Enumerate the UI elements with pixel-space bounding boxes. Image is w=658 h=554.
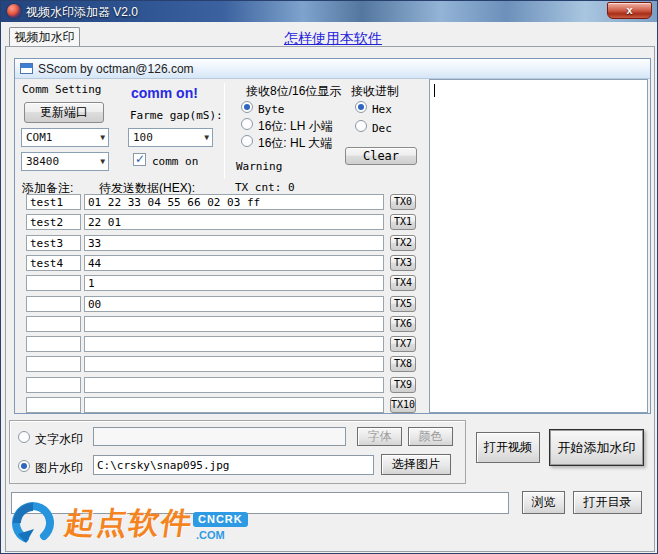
radio-hex[interactable] [355,101,367,113]
tx-send-button[interactable]: TX6 [390,316,416,332]
display-mode-group-label: 接收8位/16位显示 [246,83,341,100]
tx-note-input[interactable] [26,336,81,352]
tx-note-input[interactable] [26,255,81,271]
radio-16bit-lh[interactable] [241,118,253,130]
receive-base-group-label: 接收进制 [351,83,399,100]
tx-note-input[interactable] [26,194,81,210]
clear-button[interactable]: Clear [345,147,417,165]
tx-data-input[interactable] [84,194,384,210]
tx-note-input[interactable] [26,356,81,372]
tx-note-input[interactable] [26,296,81,312]
tx-note-input[interactable] [26,377,81,393]
tx-note-input[interactable] [26,235,81,251]
choose-image-button[interactable]: 选择图片 [381,454,451,475]
tx-send-button[interactable]: TX1 [390,214,416,230]
image-watermark-label: 图片水印 [35,460,83,477]
sscom-window: SScom by octman@126.com Comm Setting com… [14,58,651,414]
comm-setting-label: Comm Setting [22,83,101,96]
baud-value: 38400 [26,155,59,168]
tx-send-button[interactable]: TX10 [390,397,416,413]
radio-16bit-lh-label: 16位: LH 小端 [258,118,333,135]
tx-send-button[interactable]: TX2 [390,235,416,251]
logo-circle-arrow-icon [8,498,58,548]
radio-byte[interactable] [241,101,253,113]
radio-hex-label: Hex [372,103,392,116]
baud-select[interactable]: 38400▼ [21,152,109,171]
comm-on-checkbox[interactable] [133,153,146,166]
tx-data-input[interactable] [84,255,384,271]
chevron-down-icon[interactable]: ▼ [100,153,105,170]
chevron-down-icon[interactable]: ▼ [100,129,105,146]
sscom-app-icon [20,63,33,74]
tx-send-button[interactable]: TX9 [390,377,416,393]
tx-send-button[interactable]: TX5 [390,296,416,312]
tx-data-input[interactable] [84,377,384,393]
app-window: 视频水印添加器 V2.0 x 视频加水印 怎样使用本软件 SScom by oc… [0,0,658,554]
frame-gap-select[interactable]: 100▼ [128,128,213,147]
text-watermark-input[interactable] [93,427,346,446]
logo-brand-text: 起点软件 [62,503,196,544]
tx-send-button[interactable]: TX7 [390,336,416,352]
tx-note-input[interactable] [26,275,81,291]
browse-button[interactable]: 浏览 [522,491,565,514]
watermark-group: 文字水印 字体 颜色 图片水印 选择图片 [9,420,466,484]
radio-16bit-hl-label: 16位: HL 大端 [258,135,332,152]
text-watermark-radio[interactable] [18,431,30,443]
frame-gap-label: Farme gap(mS): [130,109,223,122]
tx-note-input[interactable] [26,214,81,230]
tx-data-input[interactable] [84,235,384,251]
chevron-down-icon[interactable]: ▼ [204,129,209,146]
port-value: COM1 [26,131,53,144]
start-watermark-button[interactable]: 开始添加水印 [549,429,644,466]
open-video-button[interactable]: 打开视频 [476,432,540,463]
window-title: 视频水印添加器 V2.0 [26,4,138,21]
tx-send-button[interactable]: TX8 [390,356,416,372]
tx-data-input[interactable] [84,214,384,230]
logo-suffix: .COM [196,529,225,541]
tx-send-button[interactable]: TX0 [390,194,416,210]
divider [224,83,225,179]
tx-data-input[interactable] [84,356,384,372]
logo-badge: CNCRK [193,512,248,527]
title-bar: 视频水印添加器 V2.0 x [1,1,657,22]
port-select[interactable]: COM1▼ [21,128,109,147]
tx-data-input[interactable] [84,296,384,312]
close-button[interactable]: x [607,2,652,19]
radio-dec-label: Dec [372,122,392,135]
tx-note-input[interactable] [26,316,81,332]
frame-gap-value: 100 [133,131,153,144]
radio-dec[interactable] [355,120,367,132]
image-watermark-radio[interactable] [18,460,30,472]
radio-byte-label: Byte [258,103,285,116]
tx-count: TX cnt: 0 [235,181,295,194]
app-icon [7,4,21,18]
image-path-input[interactable] [93,455,374,475]
tx-data-input[interactable] [84,336,384,352]
tab-video-watermark[interactable]: 视频加水印 [9,27,80,47]
open-directory-button[interactable]: 打开目录 [573,491,642,514]
comm-on-banner: comm on! [131,85,198,101]
tx-data-input[interactable] [84,316,384,332]
site-logo: 起点软件 CNCRK .COM [5,495,257,553]
text-watermark-label: 文字水印 [35,431,83,448]
font-button[interactable]: 字体 [357,427,402,446]
tx-data-input[interactable] [84,397,384,413]
tx-data-input[interactable] [84,275,384,291]
sscom-client-area: Comm Setting comm on! 更新端口 Farme gap(mS)… [15,79,650,413]
tx-send-button[interactable]: TX3 [390,255,416,271]
comm-on-checkbox-label: comm on [152,155,198,168]
receive-textarea[interactable] [429,79,648,413]
tx-note-input[interactable] [26,397,81,413]
warning-label: Warning [236,160,282,173]
update-port-button[interactable]: 更新端口 [24,102,104,123]
color-button[interactable]: 颜色 [408,427,453,446]
tx-send-button[interactable]: TX4 [390,275,416,291]
radio-16bit-hl[interactable] [241,135,253,147]
close-icon: x [626,4,632,16]
text-cursor [434,84,435,97]
sscom-window-title: SScom by octman@126.com [38,62,194,76]
sscom-title-bar: SScom by octman@126.com [15,59,650,79]
